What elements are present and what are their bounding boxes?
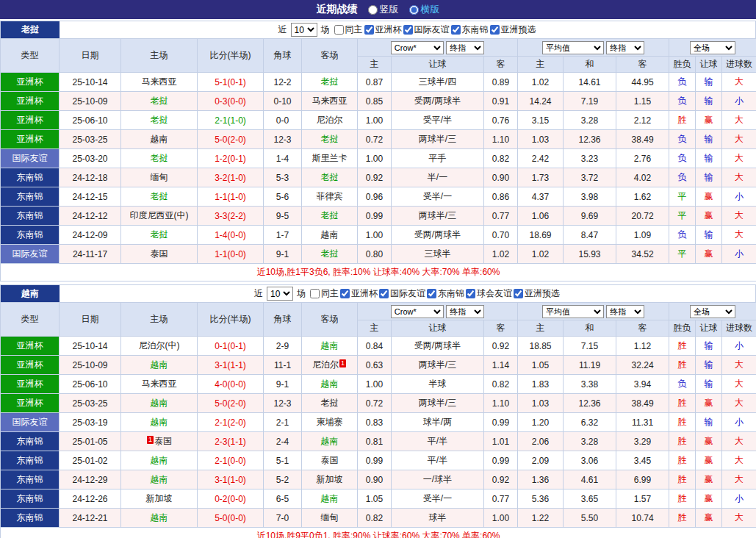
filter-checkbox[interactable] bbox=[310, 289, 320, 298]
handicap-odds-away: 0.77 bbox=[484, 489, 518, 509]
score: 2-1(1-0) bbox=[198, 111, 264, 130]
home-team: 越南 bbox=[121, 130, 198, 149]
filter-checkbox[interactable] bbox=[379, 289, 389, 298]
filter-option[interactable]: 国际友谊 bbox=[379, 287, 425, 300]
away-team-name: 新加坡 bbox=[317, 474, 343, 484]
filter-checkbox[interactable] bbox=[403, 25, 413, 35]
filter-checkbox[interactable] bbox=[340, 289, 350, 298]
handicap-odds-home: 0.99 bbox=[358, 207, 392, 226]
col-header-avg-away: 客 bbox=[616, 57, 669, 73]
filter-option[interactable]: 同主 bbox=[334, 24, 363, 36]
match-date: 25-10-14 bbox=[60, 73, 121, 92]
avg-odds-draw: 4.61 bbox=[564, 470, 616, 489]
home-team-name: 越南 bbox=[151, 359, 168, 370]
handicap-odds-away: 1.00 bbox=[484, 509, 518, 528]
filter-checkbox[interactable] bbox=[334, 25, 344, 35]
avg-odds-home: 1.05 bbox=[518, 356, 564, 375]
filter-option[interactable]: 亚洲杯 bbox=[364, 24, 402, 36]
home-team: 马来西亚 bbox=[121, 375, 198, 394]
goals-result: 小 bbox=[722, 337, 756, 356]
average-select[interactable]: 平均值 bbox=[542, 41, 604, 54]
home-team-name: 越南 bbox=[151, 474, 168, 484]
handicap-result: 赢 bbox=[696, 470, 722, 489]
avg-odds-home: 18.85 bbox=[518, 337, 564, 356]
match-type: 亚洲杯 bbox=[1, 111, 60, 130]
final-index-select[interactable]: 终指 bbox=[446, 41, 484, 54]
final-index-select[interactable]: 终指 bbox=[446, 305, 484, 318]
handicap-result: 赢 bbox=[696, 111, 722, 130]
match-type: 东南锦 bbox=[1, 207, 60, 226]
average-select[interactable]: 平均值 bbox=[542, 305, 604, 318]
filter-checkbox[interactable] bbox=[451, 25, 461, 35]
fulltime-result: 负 bbox=[669, 375, 696, 394]
match-type: 国际友谊 bbox=[1, 149, 60, 168]
away-team: 尼泊尔1 bbox=[302, 356, 358, 375]
home-team-name: 老挝 bbox=[151, 153, 168, 163]
filter-option[interactable]: 亚洲预选 bbox=[514, 287, 560, 300]
avg-odds-home: 4.37 bbox=[518, 187, 564, 207]
filter-checkbox[interactable] bbox=[466, 289, 475, 298]
filter-checkbox[interactable] bbox=[514, 289, 523, 298]
away-team-name: 老挝 bbox=[321, 210, 339, 220]
view-option-horizontal[interactable]: 横版 bbox=[409, 3, 440, 16]
handicap-odds-away: 0.92 bbox=[484, 337, 518, 356]
match-type: 亚洲杯 bbox=[1, 337, 60, 356]
avg-odds-home: 1.03 bbox=[518, 130, 564, 149]
col-header-asian-result: 让球 bbox=[696, 57, 722, 73]
corner-score: 9-5 bbox=[264, 207, 302, 226]
match-row: 亚洲杯25-03-25越南5-0(2-0)12-3老挝0.72两球半/三1.10… bbox=[1, 130, 756, 149]
match-count-select[interactable]: 10 bbox=[267, 287, 293, 301]
match-type: 东南锦 bbox=[1, 432, 60, 451]
score: 1-2(0-1) bbox=[198, 149, 264, 168]
handicap-result: 赢 bbox=[696, 489, 722, 509]
filter-checkbox[interactable] bbox=[427, 289, 436, 298]
filter-option[interactable]: 同主 bbox=[310, 287, 339, 300]
handicap-line: 球半 bbox=[392, 509, 484, 528]
fulltime-select[interactable]: 全场 bbox=[690, 41, 735, 54]
view-option-vertical[interactable]: 竖版 bbox=[368, 3, 399, 16]
away-team: 老挝 bbox=[302, 245, 358, 264]
goals-result: 大 bbox=[722, 168, 756, 187]
recent-label-suffix: 场 bbox=[297, 287, 306, 300]
filter-option[interactable]: 东南锦 bbox=[427, 287, 464, 300]
handicap-odds-home: 0.72 bbox=[358, 130, 392, 149]
away-team-name: 斯里兰卡 bbox=[312, 153, 348, 163]
away-team-name: 马来西亚 bbox=[312, 96, 348, 106]
home-team: 越南 bbox=[121, 451, 198, 470]
home-team-name: 老挝 bbox=[151, 96, 168, 106]
filter-option[interactable]: 球会友谊 bbox=[466, 287, 512, 300]
match-count-select[interactable]: 10 bbox=[291, 23, 317, 37]
final-index-select[interactable]: 终指 bbox=[606, 305, 644, 318]
filter-option[interactable]: 东南锦 bbox=[451, 24, 489, 36]
handicap-line: 球半/两 bbox=[392, 413, 484, 432]
filter-checkbox[interactable] bbox=[490, 25, 500, 35]
horizontal-radio[interactable] bbox=[409, 5, 419, 15]
handicap-result: 赢 bbox=[696, 245, 722, 264]
filter-option[interactable]: 亚洲杯 bbox=[340, 287, 378, 300]
fulltime-result: 负 bbox=[669, 92, 696, 111]
filter-checkbox[interactable] bbox=[364, 25, 374, 35]
vertical-radio[interactable] bbox=[368, 5, 378, 15]
goals-result: 大 bbox=[722, 470, 756, 489]
match-date: 25-10-09 bbox=[60, 92, 121, 111]
bookmaker-select[interactable]: Crow* bbox=[391, 305, 444, 318]
col-header-avg-draw: 和 bbox=[564, 320, 616, 337]
avg-odds-away: 3.94 bbox=[616, 375, 669, 394]
avg-odds-away: 4.02 bbox=[616, 168, 669, 187]
final-index-select[interactable]: 终指 bbox=[606, 41, 644, 54]
home-team: 越南 bbox=[121, 356, 198, 375]
avg-odds-away: 32.24 bbox=[616, 356, 669, 375]
handicap-result: 赢 bbox=[696, 187, 722, 207]
filter-option[interactable]: 国际友谊 bbox=[403, 24, 450, 36]
avg-odds-home: 18.69 bbox=[518, 226, 564, 245]
corner-score: 0-0 bbox=[264, 111, 302, 130]
fulltime-select[interactable]: 全场 bbox=[690, 305, 735, 318]
team-section-vietnam: 越南 近 10 场 同主亚洲杯国际友谊东南锦球会友谊亚洲预选 类型 日期 主场 … bbox=[0, 284, 756, 538]
filter-bar: 近 10 场 同主亚洲杯国际友谊东南锦球会友谊亚洲预选 bbox=[60, 285, 755, 302]
home-team-name: 尼泊尔(中) bbox=[139, 340, 180, 351]
match-row: 东南锦25-01-051泰国2-3(1-1)2-4越南0.81平/半1.012.… bbox=[1, 432, 756, 451]
filter-option[interactable]: 亚洲预选 bbox=[490, 24, 536, 36]
bookmaker-select[interactable]: Crow* bbox=[391, 41, 444, 54]
home-team-name: 越南 bbox=[151, 417, 168, 427]
handicap-result: 输 bbox=[696, 337, 722, 356]
